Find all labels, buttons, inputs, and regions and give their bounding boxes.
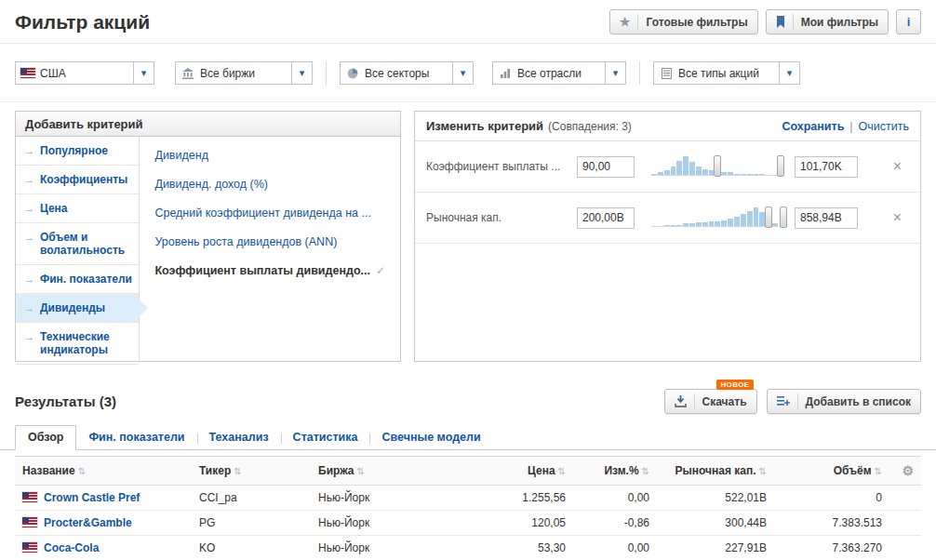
criterion-link-avg-dividend[interactable]: Средний коэффициент дивиденда на ... [154,207,385,220]
ticker-cell: PG [192,511,311,536]
chevron-down-icon: ▾ [452,62,473,84]
market-cap-cell: 522,01B [657,486,774,511]
remove-criterion-icon[interactable]: × [893,210,902,225]
download-label: Скачать [702,395,747,408]
change-cell: 0,00 [573,486,657,511]
divider [639,61,640,85]
price-cell: 120,05 [476,511,573,536]
max-value-input[interactable] [795,207,858,229]
slider-handle[interactable] [714,155,721,177]
stock-link[interactable]: Procter&Gamble [44,516,132,529]
criteria-category-list: → Популярное → Коэффициенты → Цена → Объ… [16,137,140,361]
stock-link[interactable]: Crown Castle Pref [44,491,140,504]
my-filters-button[interactable]: Мои фильтры [766,9,889,34]
arrow-right-icon: → [24,301,34,314]
price-cell: 53,30 [476,536,573,560]
tab-candlestick-patterns[interactable]: Свечные модели [369,426,492,449]
criterion-link-dividend[interactable]: Дивиденд [154,149,385,162]
stock-link[interactable]: Coca-Cola [44,541,99,554]
max-value-input[interactable] [795,156,858,178]
tab-statistics[interactable]: Статистика [281,426,370,449]
sort-icon: ⇅ [759,466,767,476]
column-header-change[interactable]: Изм.%⇅ [573,457,657,486]
volume-cell: 7.383.513 [774,511,889,536]
results-title: Результаты (3) [15,393,116,409]
criterion-label: Коэффициент выплаты ... [426,160,568,173]
us-flag-icon [22,517,37,527]
criterion-row-market-cap: Рыночная кап. × [415,193,920,244]
ready-filters-button[interactable]: ★ Готовые фильтры [609,9,758,34]
stock-screener-page: Фильтр акций ★ Готовые фильтры Мои фильт… [0,0,936,560]
slider-handle[interactable] [765,207,772,228]
column-header-market-cap[interactable]: Рыночная кап.⇅ [657,457,774,486]
edit-criteria-title: Изменить критерий [426,119,543,133]
category-popular[interactable]: → Популярное [16,137,139,166]
column-header-exchange[interactable]: Биржа⇅ [311,457,476,486]
ticker-cell: KO [192,536,311,560]
results-table: Название⇅ Тикер⇅ Биржа⇅ Цена⇅ Изм.%⇅ Рын… [15,456,921,560]
download-icon [675,393,695,409]
market-cap-cell: 300,44B [657,511,774,536]
add-to-list-icon [777,393,798,409]
category-ratios[interactable]: → Коэффициенты [16,166,139,194]
sectors-dropdown[interactable]: Все секторы ▾ [340,61,474,85]
column-header-name[interactable]: Название⇅ [15,457,192,486]
add-to-watchlist-button[interactable]: Добавить в список [767,389,921,414]
sort-icon: ⇅ [558,466,566,476]
column-header-ticker[interactable]: Тикер⇅ [192,457,311,486]
category-fundamentals[interactable]: → Фин. показатели [16,265,139,294]
category-dividends[interactable]: → Дивиденды [16,294,139,323]
column-settings[interactable]: ⚙ [889,457,921,486]
criterion-link-payout-ratio[interactable]: Коэффициент выплаты дивидендо...✓ [154,264,385,277]
gear-icon: ⚙ [902,463,914,478]
category-price[interactable]: → Цена [16,194,139,223]
country-dropdown[interactable]: США ▾ [15,61,154,85]
save-link[interactable]: Сохранить [782,120,844,133]
arrow-right-icon: → [24,202,34,215]
industries-dropdown[interactable]: Все отрасли ▾ [492,61,626,85]
new-badge: НОВОЕ [716,380,753,390]
filter-bar: США ▾ Все биржи ▾ Все секторы ▾ Все отра… [0,44,936,102]
column-header-volume[interactable]: Объём⇅ [774,457,889,486]
arrow-right-icon: → [24,144,34,157]
column-header-price[interactable]: Цена⇅ [476,457,573,486]
sort-icon: ⇅ [357,466,365,476]
criteria-panels: Добавить критерий → Популярное → Коэффиц… [0,102,936,373]
info-button[interactable]: i [896,9,921,34]
range-slider[interactable] [644,153,785,180]
tab-technical[interactable]: Теханализ [197,426,281,449]
criterion-link-dividend-yield[interactable]: Дивиденд. доход (%) [154,178,385,191]
criterion-link-dividend-growth[interactable]: Уровень роста дивидендов (ANN) [154,235,385,248]
arrow-right-icon: → [24,330,34,356]
sort-icon: ⇅ [875,466,882,476]
slider-handle[interactable] [777,155,784,177]
tab-overview[interactable]: Обзор [15,425,76,450]
volume-cell: 7.363.270 [774,536,889,560]
min-value-input[interactable] [577,207,635,229]
pie-chart-icon [341,68,365,79]
min-value-input[interactable] [577,156,635,178]
us-flag-icon [22,492,37,502]
table-row: Crown Castle Pref CCI_pa Нью-Йорк 1.255,… [15,486,921,511]
us-flag-icon [22,542,37,553]
page-title: Фильтр акций [15,11,150,33]
results-header: Результаты (3) НОВОЕ Скачать Добавить в … [0,373,936,425]
category-technical-indicators[interactable]: → Технические индикаторы [16,323,139,365]
edit-criteria-header: Изменить критерий (Совпадения: 3) Сохран… [415,112,920,141]
range-slider[interactable] [644,205,785,231]
slider-handle[interactable] [780,207,787,228]
arrow-right-icon: → [24,173,34,186]
chevron-down-icon: ▾ [291,62,312,84]
edit-criteria-panel: Изменить критерий (Совпадения: 3) Сохран… [414,111,921,362]
remove-criterion-icon[interactable]: × [893,159,902,174]
document-icon [654,68,678,79]
download-button[interactable]: Скачать [664,389,757,414]
category-volume-volatility[interactable]: → Объем и волатильность [16,223,139,265]
star-icon: ★ [620,14,639,30]
ticker-cell: CCI_pa [192,486,311,511]
exchanges-dropdown[interactable]: Все биржи ▾ [175,61,313,85]
clear-link[interactable]: Очистить [859,120,909,133]
equity-types-dropdown[interactable]: Все типы акций ▾ [653,61,800,85]
change-cell: 0,00 [573,536,657,560]
tab-fundamentals[interactable]: Фин. показатели [76,426,196,449]
